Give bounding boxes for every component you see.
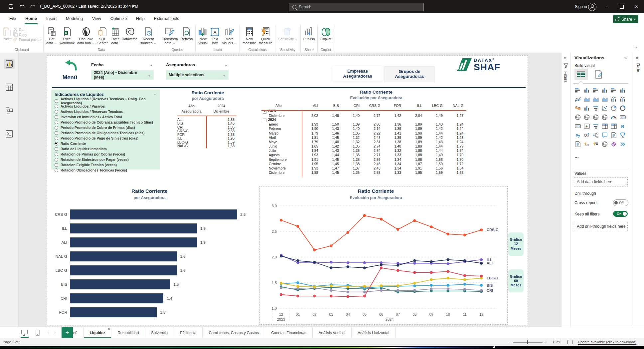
collapse-icon[interactable]: − bbox=[263, 119, 266, 122]
table-icon[interactable] bbox=[600, 122, 609, 130]
indicator-option[interactable]: Rotacion Obligaciones Tecnicas (veces) bbox=[55, 168, 160, 173]
indicator-option[interactable]: Rotacion Exigible Tecnico (veces) bbox=[55, 162, 160, 168]
radio-icon[interactable] bbox=[55, 99, 58, 103]
fecha-collapse-icon[interactable]: ⌄ bbox=[150, 63, 153, 67]
previous-page-icon[interactable]: ‹ bbox=[48, 330, 49, 335]
power-automate-visual-icon[interactable] bbox=[591, 140, 600, 148]
filters-pane-collapsed[interactable]: « Filters bbox=[561, 53, 570, 327]
more-visual-types[interactable]: … bbox=[574, 154, 579, 159]
desktop-layout-icon[interactable] bbox=[20, 329, 29, 336]
refresh-button[interactable]: Refresh bbox=[180, 27, 194, 42]
add-data-fields-well[interactable]: Add data fields here bbox=[574, 177, 628, 186]
radio-icon[interactable] bbox=[55, 169, 58, 172]
radio-icon[interactable] bbox=[55, 137, 58, 140]
data-pane-collapsed[interactable]: « Data bbox=[632, 53, 644, 327]
update-available-link[interactable]: Update available (click to download) bbox=[578, 340, 636, 345]
bar-ALI[interactable] bbox=[70, 237, 197, 247]
quick-measure-button[interactable]: Quick measure bbox=[258, 27, 273, 46]
collapse-ribbon-icon[interactable]: ⌃ bbox=[635, 47, 638, 51]
enter-data-button[interactable]: Enter data bbox=[109, 27, 120, 46]
python-visual-icon[interactable]: Py bbox=[573, 131, 582, 139]
account-avatar-icon[interactable] bbox=[588, 3, 596, 11]
onelake-data-hub-button[interactable]: OneLake data hub ⌄ bbox=[76, 27, 96, 46]
dataverse-button[interactable]: Dataverse bbox=[121, 27, 139, 42]
page-tab-liquidez[interactable]: Liquidez✕ bbox=[84, 327, 112, 338]
matrix-icon[interactable] bbox=[609, 122, 618, 130]
report-page[interactable]: Menú Fecha ⌄ 2024 (Año) • Diciembre (Mes… bbox=[47, 55, 528, 325]
bar-CRS-G[interactable] bbox=[70, 209, 237, 219]
indicator-option[interactable]: Activos Liquidos / Reservas Tecnicas bbox=[55, 109, 160, 114]
indicator-option[interactable]: Periodo Promedio de Obligaciones Tecnica… bbox=[55, 130, 160, 136]
menu-tab-view[interactable]: View bbox=[87, 13, 106, 25]
card-icon[interactable]: 123 bbox=[618, 113, 627, 121]
recent-sources-button[interactable]: Recent sources ⌄ bbox=[139, 27, 157, 46]
radio-icon[interactable] bbox=[55, 110, 58, 114]
table-view[interactable] bbox=[4, 82, 15, 93]
radio-icon[interactable] bbox=[55, 158, 58, 162]
treemap-icon[interactable] bbox=[573, 113, 582, 121]
bar-LBC-G[interactable] bbox=[70, 265, 177, 275]
close-button[interactable]: ✕ bbox=[629, 0, 644, 13]
gauge-icon[interactable] bbox=[609, 113, 618, 121]
paste-button[interactable]: Paste bbox=[2, 27, 13, 42]
format-visual-tab[interactable] bbox=[592, 69, 606, 80]
clustered-column-chart-icon[interactable] bbox=[600, 86, 609, 94]
menu-label[interactable]: Menú bbox=[63, 74, 77, 81]
key-influencers-icon[interactable] bbox=[582, 131, 591, 139]
page-tab-comisiones-costos-y-gastos[interactable]: Comisiones, Costos y Gastos bbox=[203, 327, 265, 338]
bar-CRI[interactable] bbox=[70, 293, 163, 303]
radio-icon[interactable] bbox=[55, 131, 58, 135]
indicator-option[interactable]: Inversion en Inmuebles / Activo Total bbox=[55, 114, 160, 120]
publish-button[interactable]: Publish bbox=[302, 27, 316, 42]
model-view[interactable] bbox=[4, 105, 15, 116]
page-tab-solvencia[interactable]: Solvencia bbox=[145, 327, 174, 338]
radio-icon[interactable] bbox=[55, 153, 58, 156]
ratio-corriente-evolution-table-visual[interactable]: Ratio Corriente Evolución por Asegurador… bbox=[261, 90, 468, 175]
100-stacked-area-chart-icon[interactable] bbox=[600, 95, 609, 103]
waterfall-chart-icon[interactable] bbox=[582, 104, 591, 112]
page-tab-eficiencia[interactable]: Eficiencia bbox=[174, 327, 203, 338]
grafico-60-meses-button[interactable]: Gráfico 60 Meses bbox=[508, 269, 524, 292]
grafico-12-meses-button[interactable]: Gráfico 12 Meses bbox=[508, 232, 524, 256]
ratio-corriente-table-visual[interactable]: Ratio Corriente por Aseguradora AñoAsegu… bbox=[176, 90, 240, 114]
donut-chart-icon[interactable] bbox=[618, 104, 627, 112]
power-apps-visual-icon[interactable]: 123 bbox=[582, 140, 591, 148]
new-visual-button[interactable]: New visual bbox=[197, 27, 209, 46]
r-script-visual-icon[interactable]: R bbox=[618, 122, 627, 130]
redo-icon[interactable] bbox=[29, 3, 36, 10]
paginated-report-icon[interactable] bbox=[573, 140, 582, 148]
menu-tab-modeling[interactable]: Modeling bbox=[61, 13, 87, 25]
indicator-option[interactable]: Periodo Promedio de Pago de Siniestros (… bbox=[55, 136, 160, 141]
indicator-option[interactable]: Periodo Promedio de Cobranza Exigibles T… bbox=[55, 120, 160, 125]
indicator-option[interactable]: Activos Liquidos / (Reservas Tecnicas + … bbox=[55, 98, 160, 104]
scatter-chart-icon[interactable] bbox=[600, 104, 609, 112]
cut-button[interactable]: Cut bbox=[13, 27, 42, 32]
menu-tab-optimize[interactable]: Optimize bbox=[106, 13, 131, 25]
bar-ILL[interactable] bbox=[70, 223, 197, 233]
zoom-in-icon[interactable]: + bbox=[545, 340, 547, 344]
decomposition-tree-icon[interactable] bbox=[591, 131, 600, 139]
menu-tab-file[interactable]: File bbox=[5, 13, 21, 25]
copilot-button[interactable]: Copilot bbox=[319, 27, 332, 42]
filled-map-icon[interactable] bbox=[591, 113, 600, 121]
sensitivity-button[interactable]: Sensitivity ⌄ bbox=[277, 27, 299, 42]
grupos-aseguradoras-button[interactable]: Grupos de Aseguradoras bbox=[384, 66, 435, 82]
area-chart-icon[interactable] bbox=[582, 95, 591, 103]
stacked-column-chart-icon[interactable] bbox=[582, 86, 591, 94]
smart-narrative-icon[interactable] bbox=[609, 131, 618, 139]
aseguradoras-slicer[interactable]: Multiple selections⌄ bbox=[166, 70, 229, 80]
bar-NAL-G[interactable] bbox=[70, 251, 177, 261]
bar-BIS[interactable] bbox=[70, 279, 170, 289]
radio-icon[interactable] bbox=[55, 121, 58, 124]
100-stacked-column-chart-icon[interactable] bbox=[618, 86, 627, 94]
indicator-option[interactable]: Rotacion de Primas por Cobrar (veces) bbox=[55, 152, 160, 157]
excel-workbook-button[interactable]: XExcel workbook bbox=[59, 27, 76, 46]
collapse-visualizations-icon[interactable]: » bbox=[624, 55, 627, 60]
stacked-area-chart-icon[interactable] bbox=[591, 95, 600, 103]
build-visual-tab[interactable] bbox=[574, 69, 588, 80]
radio-icon[interactable] bbox=[55, 147, 58, 151]
sql-server-button[interactable]: SQL Server bbox=[96, 27, 109, 46]
funnel-chart-icon[interactable] bbox=[591, 104, 600, 112]
menu-back-icon[interactable] bbox=[65, 60, 78, 72]
zoom-slider-thumb[interactable] bbox=[527, 340, 528, 344]
